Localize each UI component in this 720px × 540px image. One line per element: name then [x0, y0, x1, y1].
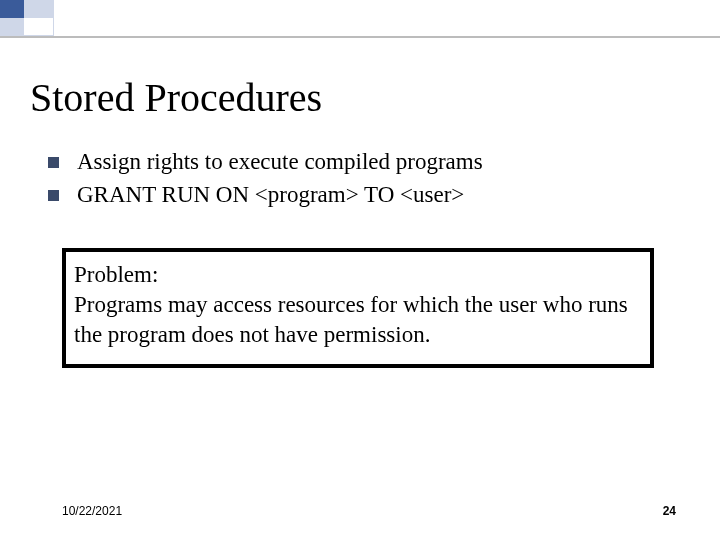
problem-label: Problem:: [74, 262, 642, 288]
problem-box: Problem: Programs may access resources f…: [62, 248, 654, 368]
deco-square-light-bottom: [0, 18, 24, 36]
list-item: GRANT RUN ON <program> TO <user>: [48, 181, 483, 210]
square-bullet-icon: [48, 190, 59, 201]
list-item: Assign rights to execute compiled progra…: [48, 148, 483, 177]
square-bullet-icon: [48, 157, 59, 168]
problem-body: Programs may access resources for which …: [74, 290, 642, 350]
top-rule: [0, 36, 720, 38]
slide-title: Stored Procedures: [30, 74, 322, 121]
deco-square-light-right: [24, 0, 54, 18]
footer-date: 10/22/2021: [62, 504, 122, 518]
footer-page-number: 24: [663, 504, 676, 518]
bullet-list: Assign rights to execute compiled progra…: [48, 148, 483, 214]
deco-square-hollow: [24, 18, 54, 36]
bullet-text: Assign rights to execute compiled progra…: [77, 148, 483, 177]
deco-square-dark: [0, 0, 24, 18]
bullet-text: GRANT RUN ON <program> TO <user>: [77, 181, 464, 210]
slide: Stored Procedures Assign rights to execu…: [0, 0, 720, 540]
